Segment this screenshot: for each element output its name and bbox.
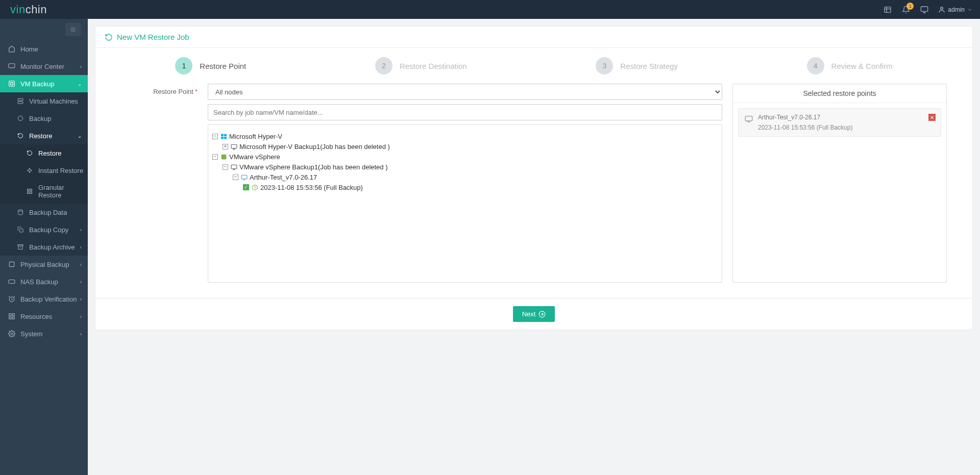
svg-rect-1 <box>921 7 928 11</box>
wizard-step-4[interactable]: 4 Review & Confirm <box>807 57 893 74</box>
sidebar-item-virtual-machines[interactable]: Virtual Machines <box>0 92 88 110</box>
monitor-icon[interactable] <box>920 5 929 14</box>
topbar: vinchin 1 admin <box>0 0 980 19</box>
tree-label: Arthur-Test_v7.0-26.17 <box>250 173 317 181</box>
sidebar-toggle-button[interactable] <box>65 23 81 36</box>
svg-rect-4 <box>18 98 23 101</box>
chevron-left-icon: ‹ <box>80 262 82 267</box>
tree-collapse-icon[interactable]: − <box>212 134 218 139</box>
chevron-down-icon: ⌄ <box>78 133 82 139</box>
sidebar-label: Restore <box>29 132 53 140</box>
sidebar-item-backup[interactable]: Backup <box>0 110 88 127</box>
chevron-left-icon: ‹ <box>80 331 82 337</box>
sidebar-item-instant-restore[interactable]: Instant Restore <box>0 162 88 179</box>
sidebar-label: Backup <box>29 115 51 122</box>
tree-collapse-icon[interactable]: − <box>223 164 228 170</box>
vm-icon <box>8 80 16 88</box>
remove-selected-button[interactable]: ✕ <box>928 114 936 121</box>
wizard-step-2[interactable]: 2 Restore Destination <box>375 57 467 74</box>
step-label: Restore Destination <box>400 62 467 70</box>
sidebar-label: Restore <box>38 149 62 157</box>
field-label: Restore Point* <box>121 84 198 283</box>
sidebar-label: Home <box>20 45 38 53</box>
tree-node-hyperv-job[interactable]: + Microsoft Hyper-V Backup1(Job has been… <box>212 141 718 152</box>
sidebar-item-vmbackup[interactable]: VM Backup ⌄ <box>0 75 88 92</box>
list-icon[interactable] <box>883 5 892 14</box>
tree-node-restore-point[interactable]: ✓ 2023-11-08 15:53:56 (Full Backup) <box>212 182 718 192</box>
svg-rect-22 <box>221 134 224 136</box>
sidebar-label: Resources <box>20 313 52 320</box>
sidebar-item-restore-sub[interactable]: Restore <box>0 144 88 162</box>
sidebar-label: System <box>20 330 42 338</box>
step-number: 3 <box>596 57 613 74</box>
sidebar-item-monitor[interactable]: Monitor Center ‹ <box>0 58 88 75</box>
tree-collapse-icon[interactable]: − <box>233 174 238 180</box>
wizard-step-3[interactable]: 3 Restore Strategy <box>596 57 678 74</box>
svg-point-11 <box>18 210 23 211</box>
tree-node-vmware[interactable]: − VMware vSphere <box>212 152 718 162</box>
svg-rect-24 <box>221 137 224 139</box>
sidebar-item-backup-copy[interactable]: Backup Copy ‹ <box>0 221 88 238</box>
sidebar-item-granular-restore[interactable]: Granular Restore <box>0 179 88 204</box>
form-left: Restore Point* All nodes − Microsoft Hyp… <box>121 84 722 283</box>
sidebar-label: Backup Verification <box>20 295 77 303</box>
chevron-down-icon: ⌄ <box>78 81 82 87</box>
svg-rect-3 <box>9 81 15 87</box>
field-body: All nodes − Microsoft Hyper-V + <box>208 84 722 283</box>
step-number: 1 <box>175 57 192 74</box>
grid-icon <box>26 187 34 195</box>
restore-point-tree: − Microsoft Hyper-V + Microsoft Hyper-V … <box>208 124 722 283</box>
svg-rect-23 <box>224 134 227 136</box>
chevron-left-icon: ‹ <box>80 314 82 319</box>
chevron-left-icon: ‹ <box>80 64 82 69</box>
svg-rect-25 <box>224 137 227 139</box>
panel-header: New VM Restore Job <box>95 27 972 48</box>
svg-rect-8 <box>30 189 32 191</box>
sidebar-item-nas[interactable]: NAS Backup ‹ <box>0 273 88 290</box>
svg-rect-27 <box>221 154 226 159</box>
restore-point-label: Restore Point <box>153 88 193 95</box>
svg-rect-12 <box>20 229 23 233</box>
svg-rect-29 <box>241 175 247 179</box>
sidebar-item-physical[interactable]: Physical Backup ‹ <box>0 256 88 273</box>
user-menu[interactable]: admin <box>938 6 972 13</box>
restore-icon <box>26 149 34 157</box>
svg-rect-2 <box>9 64 15 68</box>
selected-header: Selected restore points <box>733 84 946 103</box>
chevron-left-icon: ‹ <box>80 279 82 285</box>
next-button[interactable]: Next <box>513 306 555 322</box>
physical-icon <box>8 260 16 268</box>
sidebar-label: Instant Restore <box>38 167 83 174</box>
tree-collapse-icon[interactable]: − <box>212 154 218 160</box>
bell-icon[interactable]: 1 <box>901 5 911 14</box>
chevron-left-icon: ‹ <box>80 227 82 233</box>
sidebar-item-resources[interactable]: Resources ‹ <box>0 308 88 325</box>
tree-label: Microsoft Hyper-V <box>229 133 282 140</box>
archive-icon <box>16 243 24 251</box>
step-number: 4 <box>807 57 824 74</box>
node-select[interactable]: All nodes <box>208 84 722 100</box>
tree-checkbox-checked[interactable]: ✓ <box>243 184 249 190</box>
wizard-step-1[interactable]: 1 Restore Point <box>175 57 246 74</box>
sidebar-item-verification[interactable]: Backup Verification ‹ <box>0 290 88 308</box>
svg-rect-15 <box>9 280 15 284</box>
job-icon <box>230 143 237 150</box>
search-input[interactable] <box>208 104 722 120</box>
svg-point-6 <box>18 116 23 121</box>
sidebar-item-system[interactable]: System ‹ <box>0 325 88 342</box>
sidebar-item-home[interactable]: Home <box>0 40 88 58</box>
tree-node-hyperv[interactable]: − Microsoft Hyper-V <box>212 131 718 141</box>
chevron-left-icon: ‹ <box>80 244 82 250</box>
bolt-icon <box>26 166 34 174</box>
tree-node-vmware-job[interactable]: − VMware vSphere Backup1(Job has been de… <box>212 162 718 172</box>
sidebar-label: NAS Backup <box>20 278 58 286</box>
main-content: New VM Restore Job 1 Restore Point 2 Res… <box>88 19 980 475</box>
tree-expand-icon[interactable]: + <box>223 144 228 149</box>
tree-node-vm[interactable]: − Arthur-Test_v7.0-26.17 <box>212 172 718 182</box>
svg-rect-28 <box>231 165 237 169</box>
sidebar-item-backup-data[interactable]: Backup Data <box>0 204 88 221</box>
sidebar-item-backup-archive[interactable]: Backup Archive ‹ <box>0 238 88 256</box>
svg-rect-19 <box>9 317 11 319</box>
sidebar-item-restore[interactable]: Restore ⌄ <box>0 127 88 144</box>
vm-icon <box>240 173 248 181</box>
